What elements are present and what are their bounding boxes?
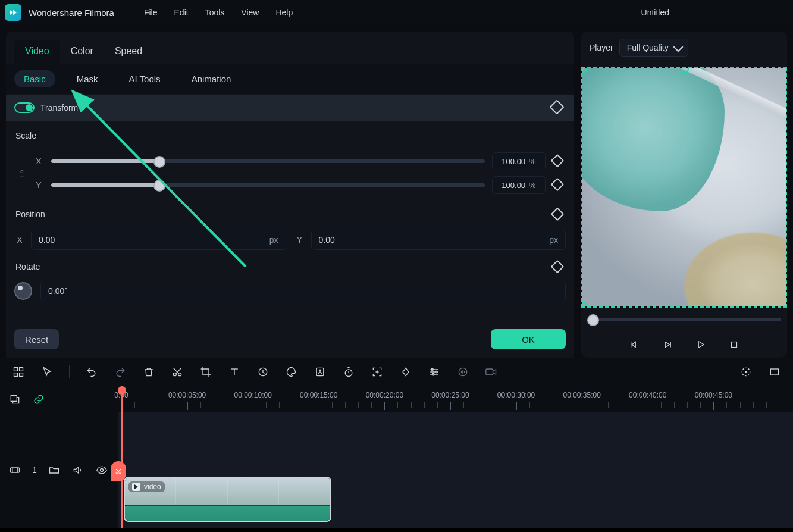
transform-keyframe-icon[interactable] [551, 102, 562, 114]
subtab-ai[interactable]: AI Tools [120, 70, 170, 87]
scale-lock[interactable] [14, 169, 30, 177]
player-label: Player [590, 43, 613, 52]
position-x-value: 0.00 [39, 235, 55, 245]
menubar: Wondershare Filmora File Edit Tools View… [0, 0, 793, 26]
position-x-input[interactable]: 0.00 px [31, 230, 286, 250]
position-y-input[interactable]: 0.00 px [311, 230, 566, 250]
rotate-dial[interactable] [14, 282, 32, 300]
cut-icon[interactable] [171, 365, 184, 378]
svg-rect-16 [486, 369, 493, 375]
record-icon[interactable] [485, 365, 498, 378]
position-y-label: Y [294, 235, 305, 245]
timeline: 0:0000:00:05:0000:00:10:0000:00:15:0000:… [0, 386, 793, 528]
scale-y-slider[interactable] [51, 183, 485, 187]
preview-image [582, 68, 786, 306]
scale-x-slider[interactable] [51, 159, 485, 163]
menu-help[interactable]: Help [267, 4, 301, 21]
scale-x-keyframe-icon[interactable] [553, 156, 562, 167]
preview-canvas[interactable] [581, 67, 787, 308]
reset-button[interactable]: Reset [14, 329, 59, 349]
render-icon[interactable] [739, 365, 753, 378]
chevron-down-icon [673, 42, 683, 52]
ruler-track[interactable]: 0:0000:00:05:0000:00:10:0000:00:15:0000:… [118, 386, 793, 412]
rotate-group: Rotate 0.00° [6, 252, 574, 301]
scale-y-value-text: 100.00 [501, 181, 525, 190]
keyframes-icon[interactable] [399, 365, 412, 378]
link-clip-icon[interactable] [32, 393, 45, 406]
transform-toggle[interactable] [14, 102, 35, 113]
quality-select[interactable]: Full Quality [619, 39, 688, 57]
properties-content: Transform Scale X [6, 94, 574, 323]
rotate-input[interactable]: 0.00° [40, 281, 566, 301]
folder-icon[interactable] [48, 464, 61, 477]
expand-icon[interactable] [768, 365, 781, 378]
playhead-marker[interactable] [121, 386, 123, 412]
ok-button[interactable]: OK [491, 329, 566, 349]
svg-point-22 [116, 472, 118, 474]
menu-tools[interactable]: Tools [197, 4, 233, 21]
rotate-value: 0.00° [48, 286, 68, 296]
svg-rect-2 [732, 342, 737, 348]
subtab-animation[interactable]: Animation [182, 70, 241, 87]
ruler-label: 00:00:25:00 [431, 391, 469, 399]
redo-icon[interactable] [114, 365, 127, 378]
tab-speed[interactable]: Speed [104, 40, 153, 64]
track-type-icon[interactable] [8, 464, 21, 477]
scale-group: Scale X 100.00 [6, 121, 574, 200]
marker-a-icon[interactable] [314, 365, 327, 378]
scale-y-value[interactable]: 100.00 % [492, 176, 546, 194]
position-x-unit: px [269, 235, 278, 245]
play-button[interactable] [692, 336, 709, 353]
playhead-handle[interactable] [111, 461, 126, 481]
menu-view[interactable]: View [233, 4, 267, 21]
play-step-button[interactable] [659, 336, 676, 353]
video-clip[interactable]: video [124, 477, 331, 522]
seek-track[interactable] [587, 318, 781, 321]
text-icon[interactable] [228, 365, 241, 378]
svg-rect-20 [11, 468, 20, 472]
add-track-icon[interactable] [8, 393, 21, 406]
ruler: 0:0000:00:05:0000:00:10:0000:00:15:0000:… [0, 386, 793, 412]
palette-icon[interactable] [285, 365, 298, 378]
tab-color[interactable]: Color [60, 40, 104, 64]
scale-y-keyframe-icon[interactable] [553, 180, 562, 191]
app-logo-icon [5, 4, 21, 21]
ruler-label: 00:00:30:00 [497, 391, 535, 399]
visibility-icon[interactable] [95, 464, 108, 477]
svg-point-7 [173, 373, 176, 376]
svg-rect-0 [20, 173, 24, 176]
crop-icon[interactable] [199, 365, 212, 378]
subtab-basic[interactable]: Basic [14, 70, 55, 87]
speed-icon[interactable] [256, 365, 269, 378]
audio-icon[interactable] [456, 365, 469, 378]
main-tabs: Video Color Speed [6, 32, 574, 64]
seek-knob[interactable] [587, 314, 599, 326]
position-keyframe-icon[interactable] [553, 209, 562, 221]
player-panel: Player Full Quality [581, 32, 787, 358]
panel-footer: Reset OK [6, 323, 574, 358]
scale-x-unit: % [529, 157, 536, 166]
stop-button[interactable] [726, 336, 742, 353]
svg-rect-3 [14, 368, 18, 371]
subtab-mask[interactable]: Mask [67, 70, 108, 87]
prev-frame-button[interactable] [626, 336, 642, 353]
rotate-keyframe-icon[interactable] [553, 262, 562, 273]
grid-icon[interactable] [12, 365, 25, 378]
properties-panel: Video Color Speed Basic Mask AI Tools An… [6, 32, 574, 358]
delete-icon[interactable] [142, 365, 155, 378]
sliders-icon[interactable] [428, 365, 441, 378]
document-title: Untitled [641, 8, 669, 17]
focus-icon[interactable] [371, 365, 384, 378]
undo-icon[interactable] [85, 365, 98, 378]
timer-icon[interactable] [342, 365, 355, 378]
menu-file[interactable]: File [136, 4, 166, 21]
timeline-toolbar [0, 358, 793, 386]
menu-edit[interactable]: Edit [166, 4, 197, 21]
mute-icon[interactable] [71, 464, 84, 477]
track-area[interactable]: video [118, 412, 793, 528]
transform-title: Transform [40, 103, 78, 112]
lock-icon [18, 169, 26, 177]
scale-x-value[interactable]: 100.00 % [492, 152, 546, 170]
pointer-icon[interactable] [40, 365, 54, 378]
tab-video[interactable]: Video [14, 40, 60, 64]
